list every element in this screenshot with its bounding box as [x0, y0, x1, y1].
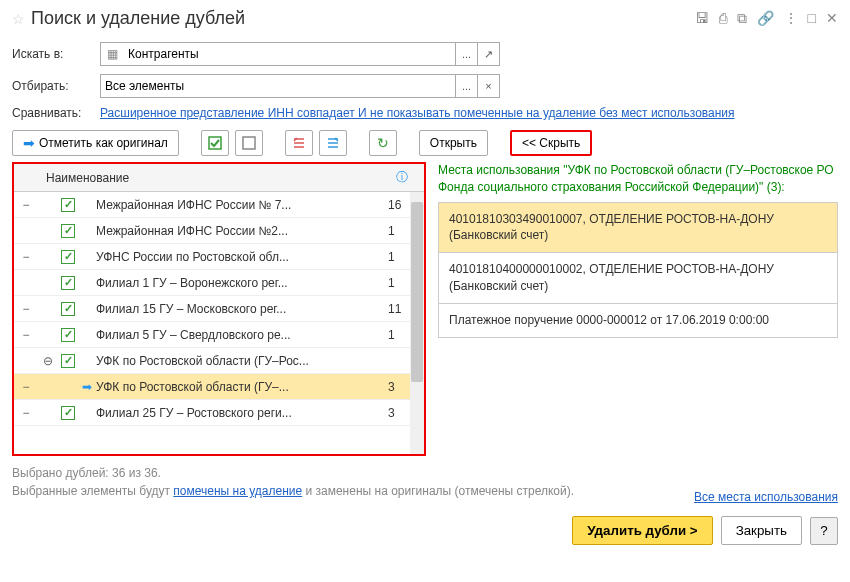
toolbar: ➡ Отметить как оригинал ↻ Открыть << Скр… [0, 124, 850, 162]
window-buttons: 🖫 ⎙ ⧉ 🔗 ⋮ □ ✕ [695, 10, 838, 27]
table-header: Наименование ⓘ [14, 164, 424, 192]
usages-panel: Места использования "УФК по Ростовской о… [438, 162, 838, 456]
usage-row[interactable]: 40101810400000010002, ОТДЕЛЕНИЕ РОСТОВ-Н… [439, 253, 837, 304]
search-in-open[interactable]: ↗ [477, 43, 499, 65]
table-row[interactable]: −➡УФК по Ростовской области (ГУ–...3 [14, 374, 424, 400]
row-name: Филиал 25 ГУ – Ростовского реги... [96, 406, 384, 420]
scrollbar-thumb[interactable] [411, 202, 423, 382]
check-all-button[interactable] [201, 130, 229, 156]
original-arrow-icon: ➡ [78, 380, 96, 394]
row-checkbox[interactable]: ✓ [58, 354, 78, 368]
row-toggle[interactable]: − [14, 302, 38, 316]
row-name: Филиал 15 ГУ – Московского рег... [96, 302, 384, 316]
open-button[interactable]: Открыть [419, 130, 488, 156]
close-button[interactable]: Закрыть [721, 516, 802, 545]
row-checkbox[interactable]: ✓ [58, 198, 78, 212]
table-row[interactable]: ⊖✓УФК по Ростовской области (ГУ–Рос... [14, 348, 424, 374]
expand-all-button[interactable] [319, 130, 347, 156]
scrollbar[interactable] [410, 192, 424, 454]
help-button[interactable]: ? [810, 517, 838, 545]
row-toggle[interactable]: − [14, 250, 38, 264]
table-row[interactable]: −✓Филиал 25 ГУ – Ростовского реги...3 [14, 400, 424, 426]
search-in-choose[interactable]: ... [455, 43, 477, 65]
filter-choose[interactable]: ... [455, 75, 477, 97]
filter-label: Отбирать: [12, 79, 92, 93]
row-checkbox[interactable]: ✓ [58, 276, 78, 290]
info-icon[interactable]: ⓘ [380, 169, 424, 186]
table-row[interactable]: −✓Межрайонная ИФНС России № 7...16 [14, 192, 424, 218]
table-row[interactable]: −✓Филиал 15 ГУ – Московского рег...11 [14, 296, 424, 322]
refresh-icon: ↻ [377, 135, 389, 151]
preview-icon[interactable]: ⧉ [737, 10, 747, 27]
delete-duplicates-button[interactable]: Удалить дубли > [572, 516, 713, 545]
header-name: Наименование [42, 171, 380, 185]
usage-row[interactable]: Платежное поручение 0000-000012 от 17.06… [439, 304, 837, 337]
search-in-field[interactable]: ▦ ... ↗ [100, 42, 500, 66]
more-icon[interactable]: ⋮ [784, 10, 798, 27]
refresh-button[interactable]: ↻ [369, 130, 397, 156]
favorite-icon[interactable]: ☆ [12, 11, 25, 27]
maximize-icon[interactable]: □ [808, 10, 816, 27]
filter-input[interactable] [101, 75, 455, 97]
row-name: Филиал 1 ГУ – Воронежского рег... [96, 276, 384, 290]
row-name: Межрайонная ИФНС России № 7... [96, 198, 384, 212]
row-name: УФК по Ростовской области (ГУ–... [96, 380, 384, 394]
row-checkbox[interactable]: ✓ [58, 302, 78, 316]
row-checkbox[interactable]: ✓ [58, 224, 78, 238]
row-toggle[interactable]: − [14, 406, 38, 420]
row-name: Межрайонная ИФНС России №2... [96, 224, 384, 238]
compare-row: Сравнивать: Расширенное представление ИН… [0, 102, 850, 124]
table-row[interactable]: ✓Межрайонная ИФНС России №2...1 [14, 218, 424, 244]
print-icon[interactable]: ⎙ [719, 10, 727, 27]
row-checkbox[interactable]: ✓ [58, 328, 78, 342]
row-toggle[interactable]: − [14, 328, 38, 342]
row-toggle[interactable]: − [14, 380, 38, 394]
row-toggle[interactable]: − [14, 198, 38, 212]
usages-list: 40101810303490010007, ОТДЕЛЕНИЕ РОСТОВ-Н… [438, 202, 838, 338]
search-in-row: Искать в: ▦ ... ↗ [0, 38, 850, 70]
svg-rect-1 [243, 137, 255, 149]
collapse-all-button[interactable] [285, 130, 313, 156]
main-area: Наименование ⓘ −✓Межрайонная ИФНС России… [0, 162, 850, 456]
filter-row: Отбирать: ... × [0, 70, 850, 102]
svg-rect-0 [209, 137, 221, 149]
table-row[interactable]: −✓Филиал 5 ГУ – Свердловского ре...1 [14, 322, 424, 348]
mark-original-button[interactable]: ➡ Отметить как оригинал [12, 130, 179, 156]
hide-button[interactable]: << Скрыть [510, 130, 592, 156]
row-name: УФНС России по Ростовской обл... [96, 250, 384, 264]
row-checkbox[interactable]: ✓ [58, 406, 78, 420]
row-checkbox[interactable]: ✓ [58, 250, 78, 264]
row-expand[interactable]: ⊖ [38, 354, 58, 368]
save-icon[interactable]: 🖫 [695, 10, 709, 27]
filter-clear[interactable]: × [477, 75, 499, 97]
table-icon: ▦ [101, 47, 124, 61]
titlebar: ☆ Поиск и удаление дублей 🖫 ⎙ ⧉ 🔗 ⋮ □ ✕ [0, 0, 850, 38]
search-in-input[interactable] [124, 43, 455, 65]
bottom-bar: Удалить дубли > Закрыть ? [0, 508, 850, 553]
usage-row[interactable]: 40101810303490010007, ОТДЕЛЕНИЕ РОСТОВ-Н… [439, 203, 837, 254]
mark-deletion-link[interactable]: помечены на удаление [173, 484, 302, 498]
filter-field[interactable]: ... × [100, 74, 500, 98]
close-icon[interactable]: ✕ [826, 10, 838, 27]
row-name: УФК по Ростовской области (ГУ–Рос... [96, 354, 384, 368]
uncheck-all-button[interactable] [235, 130, 263, 156]
table-row[interactable]: −✓УФНС России по Ростовской обл...1 [14, 244, 424, 270]
row-name: Филиал 5 ГУ – Свердловского ре... [96, 328, 384, 342]
compare-link[interactable]: Расширенное представление ИНН совпадает … [100, 106, 735, 120]
arrow-right-icon: ➡ [23, 135, 35, 151]
table-row[interactable]: ✓Филиал 1 ГУ – Воронежского рег...1 [14, 270, 424, 296]
page-title: Поиск и удаление дублей [31, 8, 695, 29]
all-usages-link[interactable]: Все места использования [694, 490, 838, 504]
compare-label: Сравнивать: [12, 106, 92, 120]
usages-header: Места использования "УФК по Ростовской о… [438, 162, 838, 196]
footer-text: Выбрано дублей: 36 из 36. Выбранные элем… [0, 456, 682, 508]
selected-count: Выбрано дублей: 36 из 36. [12, 464, 670, 482]
link-icon[interactable]: 🔗 [757, 10, 774, 27]
duplicates-tree-panel: Наименование ⓘ −✓Межрайонная ИФНС России… [12, 162, 426, 456]
search-in-label: Искать в: [12, 47, 92, 61]
duplicates-table: Наименование ⓘ −✓Межрайонная ИФНС России… [14, 164, 424, 454]
